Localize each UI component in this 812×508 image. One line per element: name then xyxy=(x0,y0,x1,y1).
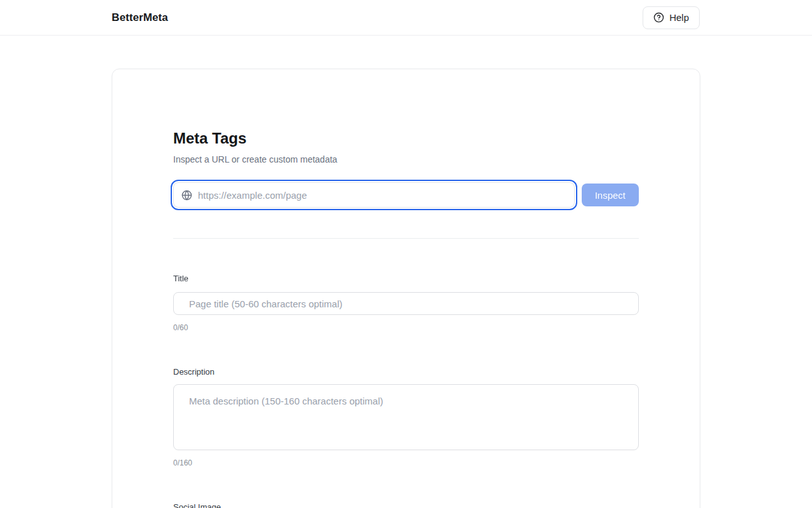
inspect-button[interactable]: Inspect xyxy=(582,184,639,206)
title-input[interactable] xyxy=(173,292,639,315)
meta-tags-card: Meta Tags Inspect a URL or create custom… xyxy=(112,69,700,508)
app-header: BetterMeta Help xyxy=(0,0,812,36)
social-image-field-label: Social Image xyxy=(173,502,639,508)
globe-icon xyxy=(181,190,192,201)
url-inspect-row: Inspect xyxy=(173,182,639,208)
title-field-group: Title 0/60 xyxy=(173,274,639,332)
description-field-group: Description 0/160 xyxy=(173,367,639,467)
page-subtitle: Inspect a URL or create custom metadata xyxy=(173,154,639,164)
url-input[interactable] xyxy=(198,190,566,201)
section-divider xyxy=(173,238,639,239)
help-button-label: Help xyxy=(669,12,689,23)
description-textarea[interactable] xyxy=(173,384,639,450)
description-field-label: Description xyxy=(173,367,639,377)
title-char-counter: 0/60 xyxy=(173,323,639,332)
social-image-field-group: Social Image xyxy=(173,502,639,508)
page-title: Meta Tags xyxy=(173,130,639,147)
brand-title: BetterMeta xyxy=(112,11,168,24)
description-char-counter: 0/160 xyxy=(173,458,639,467)
question-circle-icon xyxy=(653,12,664,23)
title-field-label: Title xyxy=(173,274,639,283)
page-content: Meta Tags Inspect a URL or create custom… xyxy=(0,36,812,508)
url-field-wrapper xyxy=(173,182,575,208)
help-button[interactable]: Help xyxy=(643,6,700,29)
